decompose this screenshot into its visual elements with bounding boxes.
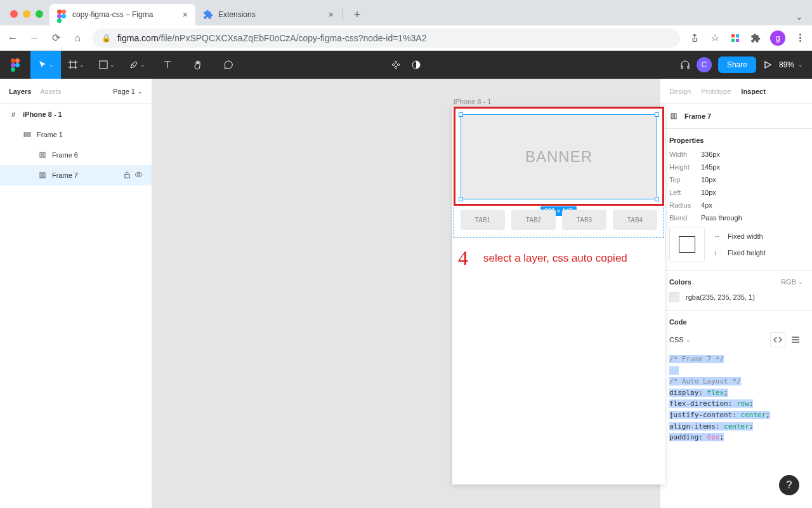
frame-icon: # [9, 110, 18, 119]
user-avatar[interactable]: C [697, 57, 712, 72]
bookmark-icon[interactable]: ☆ [709, 32, 721, 44]
svg-rect-0 [731, 34, 735, 37]
extensions-puzzle-icon[interactable] [750, 32, 761, 44]
prop-value[interactable]: 10px [701, 189, 716, 196]
prop-label: Width [669, 150, 701, 158]
tab-layers[interactable]: Layers [9, 88, 31, 95]
tab-box[interactable]: TAB2 [511, 210, 556, 230]
tab-strip: copy-figma-css – Figma × Extensions × + … [0, 0, 812, 25]
figma-toolbar: ⌄ ⌄ ⌄ ⌄ C Share 89%⌄ [0, 51, 812, 79]
tab-box[interactable]: TAB4 [613, 210, 657, 230]
prop-value[interactable]: 145px [701, 163, 720, 171]
frame-tool[interactable]: ⌄ [61, 51, 91, 79]
zoom-level[interactable]: 89%⌄ [779, 60, 803, 69]
minimize-window-icon[interactable] [23, 10, 30, 18]
prop-value[interactable]: 10px [701, 176, 716, 184]
browser-chrome: copy-figma-css – Figma × Extensions × + … [0, 0, 812, 51]
address-bar[interactable]: 🔒 figma.com/file/nPxSPQCXCXsaZqEbF0oCzA/… [93, 29, 680, 48]
back-button[interactable]: ← [6, 32, 19, 44]
prop-value[interactable]: 4px [701, 201, 712, 209]
selected-frame-banner[interactable]: BANNER [461, 114, 657, 199]
resize-handle-br[interactable] [655, 197, 659, 201]
code-format-selector[interactable]: CSS⌄ [669, 336, 691, 344]
tab-design[interactable]: Design [669, 88, 691, 95]
code-icon[interactable] [770, 332, 785, 347]
tab-inspect[interactable]: Inspect [741, 88, 766, 95]
move-tool[interactable]: ⌄ [30, 51, 61, 79]
reload-button[interactable]: ⟳ [49, 32, 62, 44]
artboard-label[interactable]: iPhone 8 - 1 [454, 98, 491, 105]
svg-rect-4 [100, 61, 107, 69]
layer-label: Frame 6 [52, 151, 78, 159]
copy-css-extension-icon[interactable] [730, 32, 741, 44]
prop-value[interactable]: Pass through [701, 214, 742, 222]
visibility-icon[interactable] [134, 171, 143, 180]
tab-box[interactable]: TAB1 [461, 210, 505, 230]
constraint-diagram[interactable] [669, 227, 705, 262]
code-block[interactable]: /* Frame 7 */ /* Auto Layout */ display:… [669, 354, 803, 443]
prop-label: Left [669, 189, 701, 196]
tabs-frame: TAB1 TAB2 TAB3 TAB4 [461, 210, 657, 230]
mask-icon[interactable] [411, 51, 421, 79]
maximize-window-icon[interactable] [36, 10, 43, 18]
svg-point-13 [138, 173, 140, 176]
present-icon[interactable] [763, 51, 773, 79]
help-button[interactable]: ? [779, 475, 799, 495]
resize-handle-tl[interactable] [459, 112, 463, 117]
browser-tab-extensions[interactable]: Extensions × [195, 4, 341, 25]
canvas[interactable]: iPhone 8 - 1 BANNER 336 × 145 TAB1 TAB2 … [152, 79, 660, 508]
page-selector[interactable]: Page 1⌄ [113, 88, 143, 95]
share-icon[interactable] [689, 32, 700, 44]
hand-tool[interactable] [183, 51, 213, 79]
chrome-menu-icon[interactable] [794, 32, 806, 44]
tab-assets[interactable]: Assets [40, 88, 61, 95]
svg-rect-8 [40, 152, 42, 157]
prop-label: Height [669, 163, 701, 171]
layer-label: Frame 7 [52, 171, 78, 179]
autolayout-icon [38, 171, 47, 180]
close-tab-icon[interactable]: × [329, 10, 334, 20]
layer-frame1[interactable]: Frame 1 [0, 124, 152, 145]
layers-panel: Layers Assets Page 1⌄ # iPhone 8 - 1 Fra… [0, 79, 152, 508]
color-format-selector[interactable]: RGB⌄ [781, 278, 803, 286]
share-button[interactable]: Share [718, 57, 756, 73]
shape-tool[interactable]: ⌄ [91, 51, 122, 79]
profile-avatar[interactable]: g [770, 30, 785, 46]
tab-prototype[interactable]: Prototype [701, 88, 731, 95]
svg-rect-1 [736, 34, 739, 37]
figma-menu-button[interactable] [0, 51, 30, 79]
pen-tool[interactable]: ⌄ [122, 51, 152, 79]
layer-iphone[interactable]: # iPhone 8 - 1 [0, 104, 152, 124]
resize-handle-tr[interactable] [655, 112, 659, 117]
browser-tab-figma[interactable]: copy-figma-css – Figma × [49, 4, 195, 25]
inspect-panel: Design Prototype Inspect Frame 7 Propert… [660, 79, 812, 508]
annotation: 4 select a layer, css auto copied [458, 246, 627, 270]
components-icon[interactable] [391, 51, 401, 79]
tab-title: copy-figma-css – Figma [72, 10, 178, 19]
prop-value[interactable]: 336px [701, 150, 720, 158]
color-row[interactable]: rgba(235, 235, 235, 1) [669, 292, 803, 302]
resize-handle-bl[interactable] [459, 197, 463, 201]
layer-frame7[interactable]: Frame 7 [0, 165, 152, 185]
colors-heading: Colors [669, 278, 691, 286]
close-window-icon[interactable] [10, 10, 18, 18]
prop-label: Radius [669, 201, 701, 209]
settings-lines-icon[interactable] [788, 332, 803, 347]
tab-overflow-icon[interactable]: ⌄ [796, 11, 803, 22]
new-tab-button[interactable]: + [348, 6, 366, 23]
lock-icon[interactable] [124, 171, 131, 180]
prop-label: Blend [669, 214, 701, 222]
layer-frame6[interactable]: Frame 6 [0, 145, 152, 165]
banner-text: BANNER [525, 148, 593, 166]
tab-box[interactable]: TAB3 [562, 210, 606, 230]
home-button[interactable]: ⌂ [71, 32, 84, 44]
close-tab-icon[interactable]: × [183, 10, 188, 20]
lock-icon: 🔒 [102, 34, 111, 43]
color-value: rgba(235, 235, 235, 1) [686, 293, 755, 301]
code-heading: Code [669, 318, 803, 326]
text-tool[interactable] [152, 51, 183, 79]
comment-tool[interactable] [213, 51, 244, 79]
headphones-icon[interactable] [680, 51, 690, 79]
tab-title: Extensions [218, 10, 324, 19]
constraint-height: Fixed height [728, 249, 766, 257]
